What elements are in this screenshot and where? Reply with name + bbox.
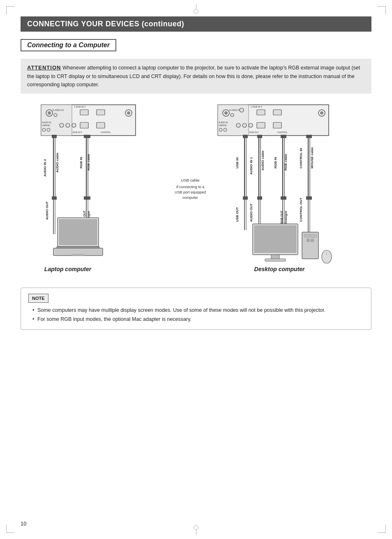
svg-rect-91 xyxy=(281,196,286,200)
laptop-illustration xyxy=(53,218,103,256)
svg-text:AUDIO IN: AUDIO IN xyxy=(42,121,51,124)
svg-text:S-VIDEO IN: S-VIDEO IN xyxy=(229,109,240,111)
svg-point-116 xyxy=(311,239,314,242)
top-center-mark xyxy=(194,4,198,14)
svg-rect-25 xyxy=(52,196,57,200)
svg-text:USB OUT: USB OUT xyxy=(235,207,239,222)
svg-rect-98 xyxy=(306,135,312,138)
svg-point-6 xyxy=(42,128,46,131)
svg-point-57 xyxy=(224,128,227,131)
svg-text:Desktop computer: Desktop computer xyxy=(254,266,305,272)
svg-rect-32 xyxy=(84,196,90,200)
svg-rect-83 xyxy=(257,135,262,138)
svg-text:USB IN: USB IN xyxy=(235,157,239,168)
svg-text:MOUSE cable: MOUSE cable xyxy=(310,147,314,168)
svg-rect-62 xyxy=(273,110,281,115)
svg-text:RGB cable: RGB cable xyxy=(87,154,90,170)
svg-text:CONTROL IN: CONTROL IN xyxy=(299,148,303,168)
corner-mark-tl xyxy=(6,6,14,14)
svg-point-21 xyxy=(127,111,130,115)
attention-label: ATTENTION xyxy=(27,64,61,71)
svg-point-3 xyxy=(48,111,51,115)
svg-rect-90 xyxy=(281,135,286,138)
svg-text:RGB cable: RGB cable xyxy=(284,154,288,170)
svg-text:USB cable: USB cable xyxy=(181,178,200,182)
svg-text:RGB OUT: RGB OUT xyxy=(73,131,82,134)
svg-text:AUDIO IN: AUDIO IN xyxy=(219,121,228,124)
note-box: NOTE Some computers may have multiple di… xyxy=(21,288,371,330)
svg-rect-61 xyxy=(257,110,265,115)
sub-header-text: Connecting to a Computer xyxy=(27,41,110,48)
svg-point-63 xyxy=(236,123,240,127)
svg-text:CONTROL: CONTROL xyxy=(277,131,288,134)
svg-text:AUDIO IN 1: AUDIO IN 1 xyxy=(249,157,253,175)
corner-mark-bl xyxy=(6,525,14,533)
section-header-text: CONNECTING YOUR DEVICES (continued) xyxy=(27,20,184,28)
svg-rect-16 xyxy=(80,122,88,128)
corner-mark-br xyxy=(378,525,386,533)
svg-text:RGB IN: RGB IN xyxy=(274,157,277,168)
svg-rect-11 xyxy=(80,110,88,115)
svg-text:1  RGB IN  2: 1 RGB IN 2 xyxy=(251,106,262,108)
attention-box: ATTENTION Whenever attempting to connect… xyxy=(21,59,371,94)
svg-text:S-VIDEO IN: S-VIDEO IN xyxy=(53,109,64,111)
svg-point-115 xyxy=(307,239,310,242)
svg-point-65 xyxy=(249,123,253,127)
svg-point-56 xyxy=(219,128,222,131)
svg-point-64 xyxy=(242,123,247,127)
svg-rect-84 xyxy=(257,196,262,200)
diagram-area: AUDIO IN L/MONO S-VIDEO IN 1 RGB IN 2 xyxy=(21,103,371,275)
svg-rect-17 xyxy=(97,122,105,128)
desktop-illustration xyxy=(253,224,332,263)
svg-point-7 xyxy=(47,128,50,131)
note-label: NOTE xyxy=(28,294,48,303)
svg-rect-114 xyxy=(304,234,316,237)
svg-text:1  RGB IN  2: 1 RGB IN 2 xyxy=(74,106,85,108)
svg-text:AUDIO OUT: AUDIO OUT xyxy=(249,203,253,222)
svg-rect-76 xyxy=(243,196,248,200)
page: CONNECTING YOUR DEVICES (continued) Conn… xyxy=(0,0,392,539)
svg-rect-75 xyxy=(243,135,248,138)
svg-rect-112 xyxy=(265,259,286,261)
svg-text:USB port equipped: USB port equipped xyxy=(175,190,206,194)
svg-text:CONTROL: CONTROL xyxy=(101,131,111,134)
svg-text:AUDIO OUT: AUDIO OUT xyxy=(45,201,49,220)
svg-point-53 xyxy=(224,111,228,115)
svg-point-14 xyxy=(66,123,70,127)
svg-text:Analogue: Analogue xyxy=(284,211,288,224)
svg-text:Laptop computer: Laptop computer xyxy=(44,266,92,272)
svg-rect-67 xyxy=(273,122,281,128)
svg-text:AUDIO cable: AUDIO cable xyxy=(261,150,265,170)
svg-rect-99 xyxy=(306,196,312,200)
sub-header: Connecting to a Computer xyxy=(21,39,116,51)
svg-rect-110 xyxy=(254,226,296,253)
svg-rect-66 xyxy=(257,122,265,128)
svg-text:RGB OUT: RGB OUT xyxy=(249,131,259,134)
page-number: 10 xyxy=(21,521,26,527)
projector-right: AUDIO IN L/MONO S-VIDEO IN 1 RGB IN 2 RG… xyxy=(218,105,329,136)
svg-text:AUDIO cable: AUDIO cable xyxy=(55,152,59,173)
svg-text:AUDIO IN 2: AUDIO IN 2 xyxy=(43,159,47,177)
svg-rect-42 xyxy=(59,219,97,245)
svg-text:If connecting to a: If connecting to a xyxy=(176,185,205,189)
svg-point-9 xyxy=(54,113,57,117)
svg-text:computer: computer xyxy=(182,196,198,200)
svg-text:RGB IN: RGB IN xyxy=(79,157,83,168)
svg-rect-31 xyxy=(84,135,90,138)
note-item-1: Some computers may have multiple display… xyxy=(32,306,364,315)
projector-left: AUDIO IN L/MONO S-VIDEO IN 1 RGB IN 2 xyxy=(41,105,136,136)
svg-rect-48 xyxy=(72,254,84,256)
svg-point-13 xyxy=(60,123,64,127)
svg-text:CONTROL OUT: CONTROL OUT xyxy=(299,198,303,222)
corner-mark-tr xyxy=(378,6,386,14)
svg-point-15 xyxy=(72,123,76,127)
svg-rect-12 xyxy=(97,110,105,115)
bottom-center-mark xyxy=(194,525,198,535)
svg-point-72 xyxy=(240,108,244,112)
note-item-2: For some RGB input modes, the optional M… xyxy=(32,315,364,324)
section-header: CONNECTING YOUR DEVICES (continued) xyxy=(21,16,371,32)
svg-text:L/MONO: L/MONO xyxy=(219,124,227,127)
svg-text:L/MONO: L/MONO xyxy=(42,124,50,127)
attention-text: Whenever attempting to connect a laptop … xyxy=(27,65,360,88)
svg-point-71 xyxy=(320,111,323,115)
